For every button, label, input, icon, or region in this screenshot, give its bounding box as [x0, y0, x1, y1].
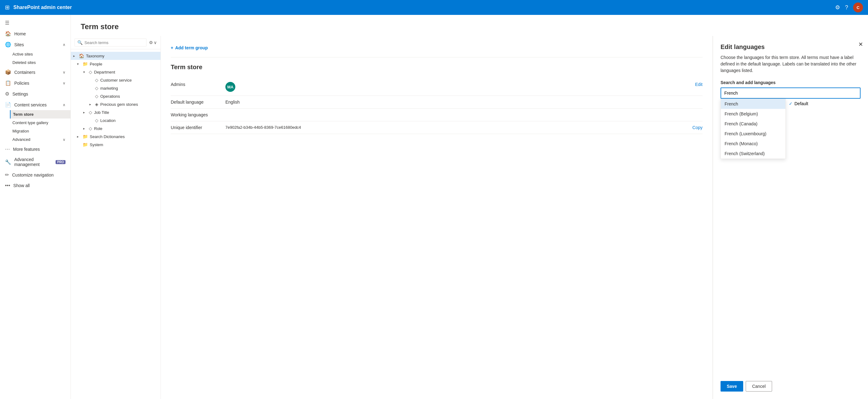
sidebar-item-customize-navigation[interactable]: ✏ Customize navigation [0, 169, 70, 180]
tree-label-location: Location [100, 118, 158, 123]
tree-chevron-people: ▾ [77, 62, 81, 66]
edit-languages-panel: ✕ Edit languages Choose the languages fo… [713, 36, 868, 399]
sidebar-item-content-type-gallery[interactable]: Content type gallery [10, 119, 70, 127]
search-terms-input[interactable] [85, 40, 144, 45]
lang-option-french-belgium[interactable]: French (Belgium) [721, 109, 785, 119]
lang-option-french[interactable]: French [721, 99, 785, 109]
tree-icon-marketing: ◇ [95, 86, 98, 91]
panel-close-button[interactable]: ✕ [858, 41, 863, 48]
add-term-group-label: Add term group [175, 45, 208, 50]
tree-item-location[interactable]: ◇ Location [71, 117, 160, 125]
tree-label-job-title: Job Title [94, 110, 158, 115]
save-button[interactable]: Save [720, 381, 743, 392]
gear-icon[interactable]: ⚙ [835, 4, 840, 11]
unique-id-row: Unique identifier 7e902fa2-b34b-44b5-836… [171, 121, 703, 134]
sidebar-item-show-all[interactable]: ••• Show all [0, 180, 70, 191]
tree-item-marketing[interactable]: ◇ marketing [71, 84, 160, 92]
page-header: Term store [71, 15, 868, 36]
tree-item-operations[interactable]: ◇ Operations [71, 92, 160, 100]
sidebar-sub-content-services: Term store Content type gallery Migratio… [0, 110, 70, 144]
tree-item-search-dictionaries[interactable]: ▸ 📁 Search Dictionaries ⋯ [71, 132, 160, 140]
tree-label-role: Role [94, 126, 158, 131]
language-search-input[interactable] [720, 88, 861, 99]
unique-id-label: Unique identifier [171, 125, 220, 130]
cancel-button[interactable]: Cancel [746, 381, 772, 392]
lang-option-french-monaco[interactable]: French (Monaco) [721, 139, 785, 148]
taxonomy-toolbar: 🔍 ⚙ ∨ [71, 36, 160, 49]
tree-icon-search-dict: 📁 [83, 134, 88, 139]
chevron-down-advanced: ∨ [63, 137, 65, 142]
tree-item-precious-gem-stones[interactable]: ▸ ◈ Precious gem stones [71, 100, 160, 108]
chevron-up-icon: ∧ [63, 42, 65, 47]
sidebar-item-content-services[interactable]: 📄 Content services ∧ [0, 99, 70, 110]
tree-label-system: System [90, 142, 154, 147]
sidebar: ☰ 🏠 Home 🌐 Sites ∧ Active sites Deleted … [0, 15, 71, 399]
sidebar-item-active-sites[interactable]: Active sites [10, 50, 70, 58]
tree-item-department[interactable]: ▾ ◇ Department [71, 68, 160, 76]
tree-chevron-search-dict: ▸ [77, 135, 81, 139]
help-icon[interactable]: ? [845, 4, 848, 11]
admins-edit-button[interactable]: Edit [695, 82, 703, 87]
sidebar-item-settings[interactable]: ⚙ Settings [0, 89, 70, 99]
filter-button[interactable]: ⚙ ∨ [149, 40, 157, 45]
tree-item-taxonomy[interactable]: ▸ 🏠 Taxonomy ⋯ [71, 52, 160, 60]
sidebar-item-deleted-sites[interactable]: Deleted sites [10, 58, 70, 67]
termstore-layout: 🔍 ⚙ ∨ ▸ 🏠 Taxonomy [71, 36, 868, 399]
search-terms-wrap: 🔍 [74, 38, 147, 46]
default-label: Default [795, 101, 808, 106]
add-term-group-button[interactable]: + Add term group [171, 43, 208, 52]
sidebar-item-sites[interactable]: 🌐 Sites ∧ [0, 39, 70, 50]
search-add-languages-label: Search and add languages [720, 80, 861, 85]
chevron-down-policies: ∨ [63, 81, 65, 85]
termstore-panel-title: Term store [171, 64, 703, 71]
sidebar-item-policies[interactable]: 📋 Policies ∨ [0, 77, 70, 89]
lang-option-french-luxembourg[interactable]: French (Luxembourg) [721, 129, 785, 139]
sidebar-item-containers[interactable]: 📦 Containers ∨ [0, 67, 70, 77]
tree-icon-people: 📁 [83, 61, 88, 66]
sidebar-hamburger[interactable]: ☰ [0, 18, 70, 28]
tree-chevron-job-title: ▸ [83, 110, 88, 114]
filter-icon: ⚙ [149, 40, 153, 45]
tree-item-people[interactable]: ▾ 📁 People ⋯ [71, 60, 160, 68]
working-lang-row: Working languages [171, 109, 703, 121]
more-features-icon: ⋯ [5, 146, 10, 152]
avatar[interactable]: C [853, 2, 863, 12]
sidebar-label-active-sites: Active sites [12, 52, 33, 57]
lang-option-french-canada[interactable]: French (Canada) [721, 119, 785, 129]
tree-icon-system: 📁 [83, 142, 88, 147]
sidebar-label-more-features: More features [13, 147, 40, 152]
tree-label-precious: Precious gem stones [100, 102, 158, 107]
page-title: Term store [81, 22, 858, 31]
taxonomy-tree: ▸ 🏠 Taxonomy ⋯ ▾ 📁 People ⋯ [71, 49, 160, 399]
sidebar-item-term-store[interactable]: Term store [10, 110, 70, 119]
tree-label-operations: Operations [100, 94, 158, 99]
tree-icon-role: ◇ [89, 126, 92, 131]
tree-label-marketing: marketing [100, 86, 158, 91]
sidebar-item-home[interactable]: 🏠 Home [0, 28, 70, 39]
sidebar-item-advanced[interactable]: Advanced ∨ [10, 135, 70, 144]
admin-avatar: MA [225, 82, 235, 92]
content-area: Term store 🔍 ⚙ ∨ [71, 15, 868, 399]
admins-row: Admins MA Edit [171, 78, 703, 96]
sidebar-label-advanced: Advanced [12, 137, 30, 142]
waffle-icon[interactable]: ⊞ [5, 4, 10, 11]
sidebar-label-settings: Settings [12, 92, 28, 97]
panel-footer: Save Cancel [720, 381, 772, 392]
sidebar-item-more-features[interactable]: ⋯ More features [0, 144, 70, 155]
sidebar-label-content-type-gallery: Content type gallery [12, 121, 49, 125]
sidebar-item-advanced-management[interactable]: 🔧 Advanced management PRO [0, 155, 70, 169]
show-all-icon: ••• [5, 183, 10, 188]
lang-option-french-switzerland[interactable]: French (Switzerland) [721, 148, 785, 159]
app-title: SharePoint admin center [13, 5, 831, 10]
sidebar-item-migration[interactable]: Migration [10, 127, 70, 135]
tree-item-role[interactable]: ▸ ◇ Role [71, 125, 160, 132]
topbar: ⊞ SharePoint admin center ⚙ ? C [0, 0, 868, 15]
tree-item-customer-service[interactable]: ◇ Customer service [71, 76, 160, 84]
unique-id-copy-button[interactable]: Copy [692, 125, 703, 130]
sidebar-label-customize-navigation: Customize navigation [12, 172, 54, 177]
chevron-up-content-services: ∧ [63, 103, 65, 107]
search-icon: 🔍 [77, 40, 83, 45]
tree-item-system[interactable]: 📁 System ✕ [71, 140, 160, 148]
edit-languages-title: Edit languages [720, 43, 861, 51]
tree-item-job-title[interactable]: ▸ ◇ Job Title [71, 108, 160, 117]
